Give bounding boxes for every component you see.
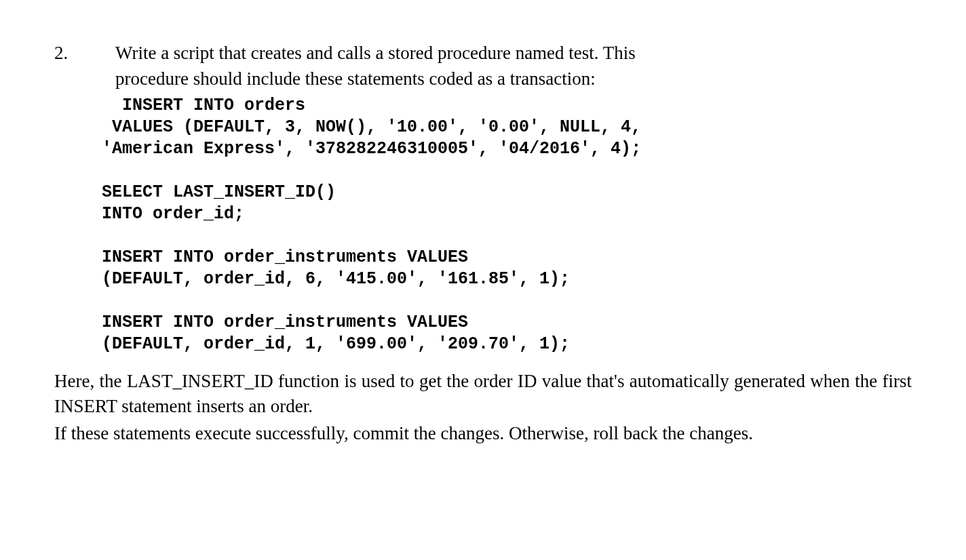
prompt-line2: procedure should include these statement… bbox=[115, 68, 596, 89]
code-line-1: INSERT INTO orders bbox=[102, 96, 305, 115]
question-prompt: Write a script that creates and calls a … bbox=[115, 41, 912, 92]
code-line-2: VALUES (DEFAULT, 3, NOW(), '10.00', '0.0… bbox=[102, 117, 641, 137]
code-line-9: (DEFAULT, order_id, 1, '699.00', '209.70… bbox=[102, 334, 570, 354]
question-number: 2. bbox=[54, 41, 115, 66]
code-line-7: (DEFAULT, order_id, 6, '415.00', '161.85… bbox=[102, 269, 570, 289]
code-line-4: SELECT LAST_INSERT_ID() bbox=[102, 182, 336, 202]
code-line-8: INSERT INTO order_instruments VALUES bbox=[102, 313, 468, 332]
footer-paragraph-1: Here, the LAST_INSERT_ID function is use… bbox=[54, 369, 912, 420]
code-line-5: INTO order_id; bbox=[102, 204, 244, 224]
code-line-6: INSERT INTO order_instruments VALUES bbox=[102, 247, 468, 267]
footer-paragraph-2: If these statements execute successfully… bbox=[54, 421, 912, 447]
code-block: INSERT INTO orders VALUES (DEFAULT, 3, N… bbox=[102, 95, 912, 355]
question-item: 2. Write a script that creates and calls… bbox=[54, 41, 912, 92]
code-line-3: 'American Express', '378282246310005', '… bbox=[102, 139, 641, 159]
prompt-line1: Write a script that creates and calls a … bbox=[115, 43, 636, 63]
footer-text: Here, the LAST_INSERT_ID function is use… bbox=[54, 369, 912, 447]
